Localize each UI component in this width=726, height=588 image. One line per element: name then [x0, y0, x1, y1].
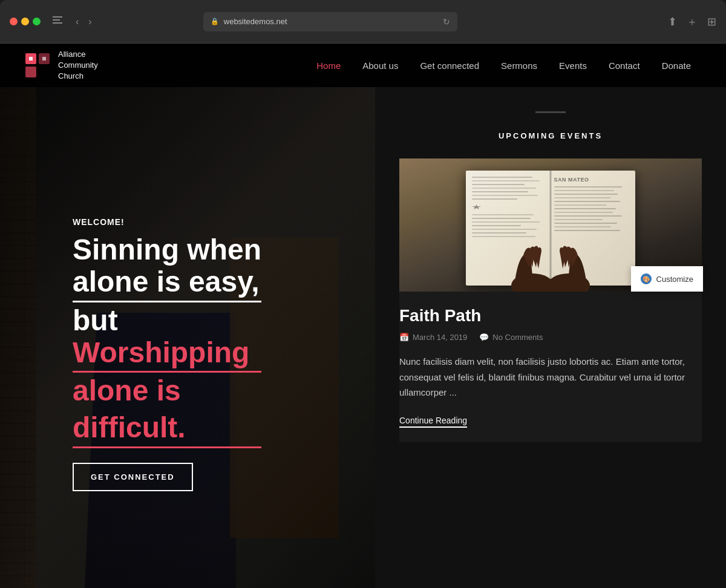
logo-icon [24, 52, 51, 79]
hero-line1: Sinning when [73, 234, 261, 266]
right-panel: UPCOMING EVENTS [375, 87, 726, 588]
browser-chrome: ‹ › 🔒 websitedemos.net ↻ ⬆ ＋ ⊞ [0, 0, 726, 44]
event-date: 📅 March 14, 2019 [399, 333, 467, 342]
svg-rect-1 [25, 67, 36, 77]
comment-icon: 💬 [479, 333, 489, 342]
nav-donate[interactable]: Donate [651, 44, 702, 87]
hero-content: WELCOME! Sinning when alone is easy, but… [73, 217, 261, 491]
url-text: websitedemos.net [224, 17, 287, 26]
lock-icon: 🔒 [211, 18, 219, 25]
navbar: AllianceCommunityChurch Home About us Ge… [0, 44, 726, 87]
nav-events[interactable]: Events [548, 44, 598, 87]
customize-button[interactable]: 🎨 Customize [631, 266, 703, 292]
customize-icon: 🎨 [641, 273, 652, 284]
hero-section: WELCOME! Sinning when alone is easy, but… [0, 87, 375, 588]
event-comments: 💬 No Comments [479, 333, 543, 342]
event-card: SAN MATEO [399, 158, 702, 442]
logo[interactable]: AllianceCommunityChurch [24, 49, 98, 82]
main-content: WELCOME! Sinning when alone is easy, but… [0, 87, 726, 588]
browser-nav-controls: ‹ › [53, 14, 94, 30]
event-title: Faith Path [399, 306, 702, 325]
hero-line5: alone is [73, 375, 261, 410]
address-bar[interactable]: 🔒 websitedemos.net ↻ [203, 12, 457, 31]
nav-links: Home About us Get connected Sermons Even… [306, 44, 702, 87]
calendar-icon: 📅 [399, 333, 409, 342]
browser-toolbar-right: ⬆ ＋ ⊞ [668, 15, 716, 29]
hero-heading: Sinning when alone is easy, but Worshipp… [73, 234, 261, 448]
hero-line3: but [73, 305, 261, 337]
nav-home[interactable]: Home [306, 44, 352, 87]
nav-about[interactable]: About us [352, 44, 409, 87]
event-date-text: March 14, 2019 [413, 333, 467, 342]
website: AllianceCommunityChurch Home About us Ge… [0, 44, 726, 588]
hero-line6: difficult. [73, 412, 261, 448]
hero-cta-button[interactable]: GET CONNECTED [73, 463, 193, 491]
event-comments-text: No Comments [492, 333, 543, 342]
grid-icon[interactable]: ⊞ [707, 15, 716, 28]
new-tab-icon[interactable]: ＋ [687, 15, 698, 29]
event-body: Faith Path 📅 March 14, 2019 💬 No Comment… [399, 292, 702, 442]
back-button[interactable]: ‹ [73, 14, 81, 30]
customize-label: Customize [656, 275, 693, 284]
nav-get-connected[interactable]: Get connected [409, 44, 490, 87]
event-meta: 📅 March 14, 2019 💬 No Comments [399, 333, 702, 342]
hero-line4: Worshipping [73, 337, 261, 373]
close-button[interactable] [10, 18, 18, 25]
forward-button[interactable]: › [86, 14, 94, 30]
upcoming-events-title: UPCOMING EVENTS [399, 131, 702, 140]
nav-sermons[interactable]: Sermons [490, 44, 548, 87]
continue-reading-link[interactable]: Continue Reading [399, 416, 467, 428]
maximize-button[interactable] [33, 18, 41, 25]
svg-rect-3 [29, 57, 33, 60]
panel-divider [535, 111, 566, 113]
reload-icon[interactable]: ↻ [443, 17, 450, 27]
minimize-button[interactable] [21, 18, 29, 25]
sidebar-toggle-icon[interactable] [53, 16, 66, 27]
logo-text: AllianceCommunityChurch [58, 49, 98, 82]
hero-line2: alone is easy, [73, 266, 261, 302]
traffic-lights [10, 18, 41, 25]
nav-contact[interactable]: Contact [598, 44, 651, 87]
event-excerpt: Nunc facilisis diam velit, non facilisis… [399, 354, 702, 400]
hero-welcome: WELCOME! [73, 217, 261, 227]
share-icon[interactable]: ⬆ [668, 15, 677, 28]
svg-rect-4 [42, 57, 46, 60]
